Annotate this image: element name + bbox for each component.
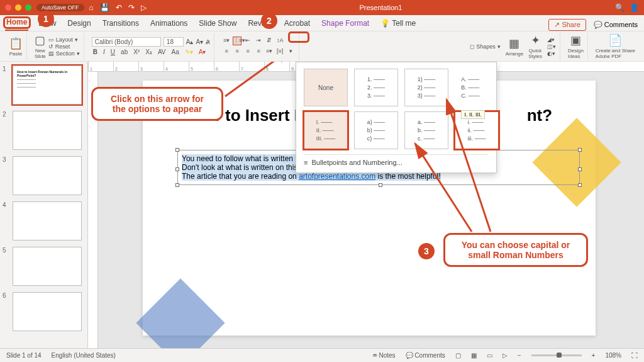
save-icon[interactable]: 💾	[100, 3, 109, 12]
tab-animations[interactable]: Animations	[149, 16, 189, 31]
slideshow-view-icon[interactable]: ▷	[502, 352, 508, 359]
zoom-percent[interactable]: 108%	[605, 352, 621, 359]
play-icon[interactable]: ▷	[141, 3, 147, 12]
shapes-button[interactable]: ◻ Shapes ▾	[470, 43, 501, 50]
align-text-icon[interactable]: [≡]	[275, 47, 284, 56]
numbering-option-roman-upper[interactable]: I. ——II. ——III. ——	[304, 111, 348, 149]
thumbnail-6[interactable]: 6	[4, 292, 84, 331]
font-size-select[interactable]: 18	[164, 37, 184, 47]
annotation-badge-2: 2	[261, 13, 277, 29]
language-indicator[interactable]: English (United States)	[52, 352, 116, 359]
numbering-option-decimal-dot[interactable]: 1. ——2. ——3. ——	[354, 69, 398, 106]
close-window-icon[interactable]	[5, 4, 11, 11]
design-ideas-icon: ▣	[570, 33, 581, 47]
minimize-window-icon[interactable]	[15, 4, 21, 11]
align-center-icon[interactable]: ≡	[233, 47, 242, 56]
bulletpoints-numbering-button[interactable]: ≡Bulletpoints and Numbering...	[304, 154, 489, 166]
sorter-view-icon[interactable]: ▦	[471, 352, 477, 359]
smartart-icon[interactable]: ▾	[286, 47, 295, 56]
thumbnail-4[interactable]: 4	[4, 201, 84, 240]
highlight-button[interactable]: AV	[157, 48, 167, 55]
text-direction-icon[interactable]: ↕A	[275, 37, 284, 45]
reset-button[interactable]: ↺ Reset	[48, 43, 80, 50]
thumbnail-2[interactable]: 2	[4, 111, 84, 150]
search-icon[interactable]: 🔍	[615, 3, 625, 12]
slides-group: ▢ New Slide ▭ Layout ▾ ↺ Reset ▤ Section…	[31, 33, 84, 60]
tab-design[interactable]: Design	[66, 16, 92, 31]
decrease-font-icon[interactable]: A▾	[196, 38, 204, 45]
normal-view-icon[interactable]: ▢	[455, 352, 461, 359]
justify-icon[interactable]: ≡	[254, 47, 263, 56]
numbering-tooltip: I. II. III.	[461, 110, 485, 119]
tab-transitions[interactable]: Transitions	[101, 16, 140, 31]
comments-button[interactable]: 💬 Comments	[594, 21, 638, 29]
thumbnail-3[interactable]: 3	[4, 156, 84, 195]
quick-styles-icon[interactable]: ✦	[531, 34, 540, 47]
fit-to-window-icon[interactable]: ⛶	[631, 352, 638, 359]
font-color-button[interactable]: A▾	[197, 48, 208, 55]
annotation-badge-1: 1	[38, 11, 54, 27]
underline-button[interactable]: U	[109, 48, 116, 55]
reading-view-icon[interactable]: ▭	[487, 352, 492, 359]
tab-home[interactable]: Home	[5, 15, 28, 31]
numbering-option-letter-lower-paren[interactable]: a) ——b) ——c) ——	[354, 111, 398, 149]
strikethrough-button[interactable]: ab	[119, 48, 129, 55]
section-button[interactable]: ▤ Section ▾	[48, 50, 80, 57]
numbering-option-none[interactable]: None	[304, 69, 348, 106]
tab-acrobat[interactable]: Acrobat	[283, 16, 311, 31]
redo-icon[interactable]: ↷	[128, 3, 135, 12]
bullets-button[interactable]: ≡▾	[222, 37, 231, 45]
superscript-button[interactable]: X²	[132, 48, 141, 55]
tab-slide-show[interactable]: Slide Show	[197, 16, 238, 31]
adobe-group[interactable]: 📄 Create and Share Adobe PDF	[592, 33, 639, 60]
align-left-icon[interactable]: ≡	[222, 47, 231, 56]
paste-group[interactable]: 📋 Paste	[5, 33, 27, 60]
shape-effects-icon[interactable]: ◐▾	[547, 50, 556, 57]
title-bar: AutoSave OFF ⌂ 💾 ↶ ↷ ▷ Presentation1 🔍 👤	[0, 0, 644, 15]
undo-icon[interactable]: ↶	[116, 3, 122, 12]
home-icon[interactable]: ⌂	[89, 3, 94, 12]
tab-shape-format[interactable]: Shape Format	[320, 16, 370, 31]
numbering-option-letter-upper[interactable]: A. ——B. ——C. ——	[455, 69, 486, 106]
columns-icon[interactable]: ≡▾	[265, 47, 274, 56]
new-slide-label: New Slide	[35, 48, 46, 59]
share-button[interactable]: ↗ Share	[548, 19, 586, 31]
numbering-option-decimal-paren[interactable]: 1) ——2) ——3) ——	[404, 69, 448, 106]
user-icon[interactable]: 👤	[630, 3, 639, 12]
numbering-option-letter-lower-dot[interactable]: a. ——b. ——c. ——	[404, 111, 448, 149]
shape-outline-icon[interactable]: ◫▾	[547, 43, 556, 50]
font-name-select[interactable]: Calibri (Body)	[92, 37, 161, 47]
clear-formatting-icon[interactable]: A̷	[206, 38, 210, 45]
italic-button[interactable]: I	[102, 48, 106, 55]
decrease-indent-icon[interactable]: ⇤	[243, 37, 252, 45]
thumbnail-5[interactable]: 5	[4, 247, 84, 286]
autosave-label: AutoSave	[42, 4, 66, 11]
zoom-in-icon[interactable]: +	[592, 352, 596, 359]
char-spacing-button[interactable]: Aa	[170, 48, 180, 55]
article-link[interactable]: artofpresentations.com	[299, 172, 375, 181]
maximize-window-icon[interactable]	[25, 4, 31, 11]
new-slide-icon[interactable]: ▢	[35, 34, 45, 47]
autosave-toggle[interactable]: AutoSave OFF	[36, 4, 84, 11]
bold-button[interactable]: B	[92, 48, 99, 55]
numbering-button[interactable]: ⋮≡▾	[233, 37, 242, 45]
arrange-icon[interactable]: ▦	[509, 37, 519, 50]
align-right-icon[interactable]: ≡	[243, 47, 252, 56]
window-controls	[5, 4, 31, 11]
zoom-slider[interactable]	[531, 354, 582, 356]
thumbnail-1[interactable]: 1 How to Insert Roman Numerals in PowerP…	[4, 65, 84, 105]
zoom-out-icon[interactable]: −	[518, 352, 521, 359]
increase-indent-icon[interactable]: ⇥	[254, 37, 263, 45]
shape-fill-icon[interactable]: ◢▾	[547, 37, 556, 43]
notes-button[interactable]: ≐ Notes	[372, 352, 396, 359]
font-highlight-icon[interactable]: ✎▾	[184, 48, 194, 55]
tab-tell-me[interactable]: 💡 Tell me	[379, 16, 417, 31]
ribbon: 📋 Paste ▢ New Slide ▭ Layout ▾ ↺ Reset ▤…	[0, 31, 644, 62]
increase-font-icon[interactable]: A▴	[186, 38, 194, 45]
layout-button[interactable]: ▭ Layout ▾	[48, 37, 80, 43]
ribbon-tabs: Home Draw Design Transitions Animations …	[0, 15, 644, 31]
design-ideas-group[interactable]: ▣ Design Ideas	[564, 33, 588, 60]
comments-status-button[interactable]: 💬 Comments	[406, 352, 445, 359]
line-spacing-icon[interactable]: ⇵	[265, 37, 274, 45]
subscript-button[interactable]: X₂	[144, 48, 153, 55]
